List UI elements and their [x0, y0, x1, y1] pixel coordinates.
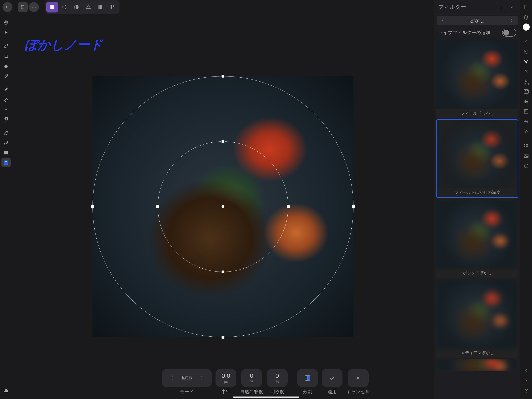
handle-node[interactable]: [91, 205, 94, 208]
chevron-right-icon[interactable]: [522, 376, 531, 385]
move-tool-icon[interactable]: [1, 28, 11, 38]
brushes-icon[interactable]: [522, 37, 531, 46]
handle-node[interactable]: [287, 205, 290, 208]
history-icon[interactable]: [522, 161, 531, 170]
mode-selector[interactable]: 〈 楕円形 〉: [162, 369, 212, 387]
panel-title: フィルター: [438, 3, 466, 11]
chevron-right-icon[interactable]: 〉: [510, 18, 515, 24]
histogram-icon[interactable]: [1, 386, 11, 395]
pen-tool-icon[interactable]: [1, 128, 11, 137]
filter-thumb[interactable]: [436, 359, 518, 371]
handle-node[interactable]: [221, 140, 225, 143]
filter-preview: [436, 359, 518, 371]
home-indicator: [233, 397, 299, 398]
rectangle-tool-icon[interactable]: [1, 148, 11, 157]
paint-brush-icon[interactable]: [1, 85, 11, 94]
tone-map-persona-icon[interactable]: [82, 2, 94, 13]
split-button[interactable]: [297, 369, 318, 387]
filter-thumb[interactable]: ボックスぼかし: [436, 199, 518, 278]
svg-point-28: [527, 101, 527, 102]
burn-tool-icon[interactable]: [1, 105, 11, 114]
image-with-bokeh-overlay[interactable]: [93, 76, 354, 337]
vector-brush-icon[interactable]: [1, 138, 11, 147]
color-swatch-icon[interactable]: [522, 22, 531, 32]
svg-rect-21: [524, 5, 528, 9]
transform-icon[interactable]: [522, 117, 531, 126]
stock-icon[interactable]: [522, 87, 531, 96]
svg-point-22: [524, 50, 528, 53]
expand-studio-icon[interactable]: [522, 2, 531, 12]
filter-label: フィールドぼかし: [436, 109, 518, 118]
photo-persona-icon[interactable]: [46, 2, 58, 13]
flood-select-icon[interactable]: [1, 62, 11, 71]
chevron-left-icon[interactable]: 〈: [439, 18, 444, 24]
chevron-left-icon[interactable]: [522, 366, 531, 375]
more-icon[interactable]: [29, 2, 39, 12]
filters-studio-icon[interactable]: [522, 57, 531, 66]
astro-persona-icon[interactable]: [107, 2, 118, 13]
help-icon[interactable]: ?: [522, 386, 531, 395]
swatches-grid-icon[interactable]: [522, 142, 531, 151]
sliders-icon[interactable]: [522, 97, 531, 106]
filter-thumb[interactable]: メディアンぼかし: [436, 279, 518, 358]
svg-rect-34: [527, 144, 528, 145]
export-persona-icon[interactable]: [95, 2, 106, 13]
svg-rect-18: [6, 389, 7, 392]
live-filter-toggle[interactable]: [502, 29, 516, 37]
filter-label: メディアンぼかし: [436, 349, 518, 358]
svg-rect-24: [524, 90, 528, 93]
text-styles-icon[interactable]: a 12pt: [522, 77, 531, 86]
vibrance-control[interactable]: 0 %: [241, 369, 262, 387]
filter-preview: [437, 120, 518, 189]
center-node[interactable]: [221, 205, 225, 208]
erase-brush-icon[interactable]: [1, 95, 11, 104]
svg-point-26: [527, 90, 528, 91]
add-live-filter-row: ライブフィルターの追加: [434, 27, 520, 39]
handle-node[interactable]: [221, 270, 225, 274]
document-icon[interactable]: [18, 2, 28, 12]
svg-rect-32: [524, 144, 525, 145]
category-label: ぼかし: [469, 17, 485, 24]
adjustments-icon[interactable]: [522, 47, 531, 56]
channels-icon[interactable]: [522, 107, 531, 116]
color-picker-icon[interactable]: [1, 71, 11, 81]
clone-tool-icon[interactable]: [1, 115, 11, 124]
canvas-area[interactable]: ぼかしノード: [12, 14, 434, 399]
svg-rect-7: [100, 5, 101, 9]
split-label: 分割: [303, 389, 312, 395]
svg-rect-8: [101, 5, 102, 9]
filter-preview: [436, 39, 518, 109]
list-view-icon[interactable]: [497, 3, 505, 11]
filter-category-nav[interactable]: 〈 ぼかし 〉: [437, 16, 518, 25]
radius-control[interactable]: 0.0 px: [215, 369, 236, 387]
persona-switcher: [45, 0, 120, 14]
filter-list[interactable]: フィールドぼかしフィールドぼかしの深度ボックスぼかしメディアンぼかし: [434, 39, 520, 399]
handle-node[interactable]: [156, 205, 159, 208]
svg-point-3: [35, 7, 36, 7]
handle-node[interactable]: [221, 335, 225, 339]
develop-persona-icon[interactable]: [70, 2, 82, 13]
crop-tool-icon[interactable]: [1, 51, 11, 61]
selection-brush-icon[interactable]: [1, 42, 11, 51]
handle-node[interactable]: [221, 74, 225, 78]
mode-value: 楕円形: [182, 376, 192, 380]
fx-icon[interactable]: fx: [522, 67, 531, 76]
text-tool-icon[interactable]: [1, 158, 11, 167]
radius-label: 半径: [221, 389, 230, 395]
apply-button[interactable]: [322, 369, 342, 387]
handle-node[interactable]: [352, 205, 355, 208]
hand-tool-icon[interactable]: [1, 18, 11, 27]
back-button[interactable]: [2, 2, 13, 12]
filter-thumb[interactable]: フィールドぼかしの深度: [436, 119, 518, 198]
liquify-persona-icon[interactable]: [58, 2, 70, 13]
clarity-control[interactable]: 0 %: [267, 369, 288, 387]
layers-icon[interactable]: [522, 13, 531, 22]
annotation-label: ぼかしノード: [25, 36, 103, 53]
cancel-button[interactable]: [348, 369, 369, 387]
filter-thumb[interactable]: フィールドぼかし: [436, 39, 518, 118]
pin-icon[interactable]: [508, 3, 516, 11]
assets-icon[interactable]: [522, 151, 531, 161]
navigator-icon[interactable]: [522, 127, 531, 136]
svg-rect-19: [7, 390, 8, 392]
chevron-left-icon: 〈: [168, 374, 173, 382]
